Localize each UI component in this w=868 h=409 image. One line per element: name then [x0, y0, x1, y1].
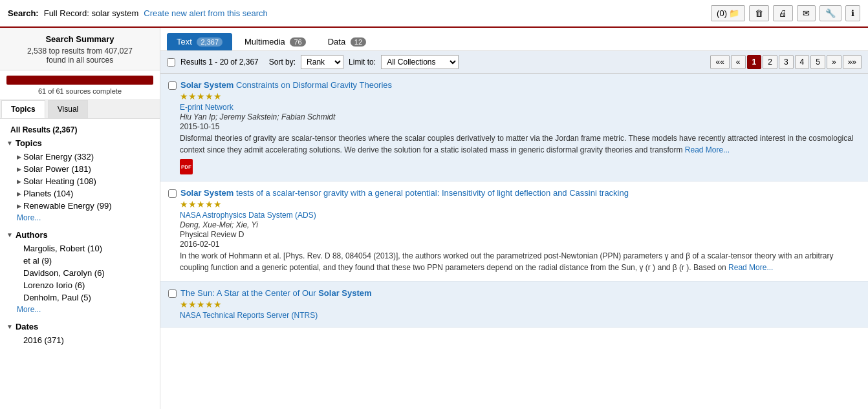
result-1-source[interactable]: E-print Network: [180, 103, 860, 112]
facet-label: Denholm, Paul (5): [23, 293, 91, 302]
toolbar-icons: (0) 📁 🗑 🖨 ✉ 🔧 ℹ: [711, 5, 860, 21]
result-3-header: The Sun: A Star at the Center of Our Sol…: [168, 288, 860, 298]
limit-label: Limit to:: [349, 58, 376, 67]
limit-select[interactable]: All Collections: [381, 55, 459, 69]
authors-label: Authors: [16, 230, 48, 240]
facet-label: Solar Energy (332): [23, 152, 94, 162]
result-item-1: Solar System Constraints on Disformal Gr…: [160, 74, 868, 182]
title-before: The Sun: A Star at the Center of Our: [180, 288, 318, 298]
topics-facet-header[interactable]: ▼ Topics: [5, 136, 155, 151]
facet-item-solar-energy[interactable]: ▶ Solar Energy (332): [5, 151, 155, 163]
progress-bar-container: [6, 76, 153, 85]
result-2-checkbox[interactable]: [168, 189, 177, 198]
result-2-title[interactable]: Solar System tests of a scalar-tensor gr…: [180, 188, 629, 198]
last-page-button[interactable]: »»: [843, 55, 862, 69]
page-3-button[interactable]: 3: [779, 55, 794, 69]
authors-facet-items: Margolis, Robert (10) et al (9) Davidson…: [5, 242, 155, 315]
result-1-abstract: Disformal theories of gravity are scalar…: [180, 132, 860, 156]
result-1-title[interactable]: Solar System Constraints on Disformal Gr…: [180, 80, 392, 90]
result-1-stars: ★★★★★: [180, 91, 860, 101]
search-summary-line1: 2,538 top results from 407,027: [8, 47, 152, 56]
sort-select[interactable]: Rank Date Author Title: [301, 55, 343, 69]
email-icon: ✉: [803, 8, 810, 18]
title-highlight: Solar System: [318, 288, 371, 298]
result-3-title[interactable]: The Sun: A Star at the Center of Our Sol…: [180, 288, 372, 298]
facet-label: et al (9): [23, 256, 52, 266]
sidebar-tabs: Topics Visual: [0, 99, 160, 119]
progress-label: 61 of 61 sources complete: [0, 87, 160, 95]
page-2-button[interactable]: 2: [763, 55, 777, 69]
all-results-label[interactable]: All Results (2,367): [5, 121, 155, 136]
authors-collapse-icon: ▼: [6, 231, 13, 238]
next-page-button[interactable]: »: [827, 55, 841, 69]
trash-button[interactable]: 🗑: [749, 5, 769, 21]
print-icon: 🖨: [779, 8, 787, 18]
email-button[interactable]: ✉: [797, 5, 816, 21]
topics-label: Topics: [16, 138, 42, 148]
pdf-icon-1[interactable]: PDF: [180, 159, 193, 174]
authors-more-link[interactable]: More...: [5, 304, 155, 315]
print-button[interactable]: 🖨: [773, 5, 793, 21]
topics-more-link[interactable]: More...: [5, 212, 155, 224]
result-2-date: 2016-02-01: [180, 240, 860, 249]
page-5-button[interactable]: 5: [810, 55, 825, 69]
facet-label: Lorenzo Iorio (6): [23, 280, 85, 290]
facet-item-planets[interactable]: ▶ Planets (104): [5, 187, 155, 200]
dates-facet-header[interactable]: ▼ Dates: [5, 319, 155, 334]
content-area: Text 2,367 Multimedia 76 Data 12 Results…: [160, 28, 868, 409]
title-rest: Constraints on Disformal Gravity Theorie…: [236, 80, 392, 90]
info-button[interactable]: ℹ: [845, 5, 860, 21]
info-icon: ℹ: [851, 8, 854, 18]
result-3-checkbox[interactable]: [168, 289, 177, 298]
facet-item-solar-power[interactable]: ▶ Solar Power (181): [5, 163, 155, 175]
result-2-read-more[interactable]: Read More...: [728, 263, 773, 272]
title-highlight: Solar System: [180, 80, 233, 90]
result-3-stars: ★★★★★: [180, 299, 860, 309]
first-page-button[interactable]: ««: [710, 55, 729, 69]
page-4-button[interactable]: 4: [795, 55, 810, 69]
tab-data[interactable]: Data 12: [318, 33, 376, 50]
create-alert-link[interactable]: Create new alert from this search: [144, 8, 267, 18]
chevron-right-icon: ▶: [17, 166, 21, 173]
wrench-icon: 🔧: [825, 8, 836, 18]
dates-label: Dates: [16, 322, 38, 331]
facet-label: Davidson, Carolyn (6): [23, 268, 105, 278]
facet-label: Planets (104): [23, 189, 73, 198]
tab-topics[interactable]: Topics: [1, 100, 45, 118]
facet-item-davidson[interactable]: Davidson, Carolyn (6): [5, 267, 155, 279]
main-layout: Search Summary 2,538 top results from 40…: [0, 28, 868, 409]
select-all-checkbox[interactable]: [167, 58, 175, 67]
search-summary-title: Search Summary: [8, 34, 152, 44]
search-summary: Search Summary 2,538 top results from 40…: [0, 28, 160, 70]
cart-button[interactable]: (0) 📁: [711, 5, 745, 21]
facet-item-iorio[interactable]: Lorenzo Iorio (6): [5, 279, 155, 291]
facet-item-renewable-energy[interactable]: ▶ Renewable Energy (99): [5, 200, 155, 212]
result-2-authors: Deng, Xue-Mei; Xie, Yi: [180, 220, 860, 229]
trash-icon: 🗑: [755, 8, 763, 18]
facet-item-margolis[interactable]: Margolis, Robert (10): [5, 242, 155, 255]
sort-label: Sort by:: [269, 58, 296, 67]
chevron-right-icon: ▶: [17, 191, 21, 197]
result-3-source[interactable]: NASA Technical Reports Server (NTRS): [180, 311, 860, 320]
facet-item-solar-heating[interactable]: ▶ Solar Heating (108): [5, 175, 155, 187]
chevron-right-icon: ▶: [17, 154, 21, 160]
facet-item-etal[interactable]: et al (9): [5, 255, 155, 267]
page-1-button[interactable]: 1: [747, 55, 762, 69]
facet-item-denholm[interactable]: Denholm, Paul (5): [5, 291, 155, 304]
folder-icon: 📁: [729, 8, 739, 18]
facet-label: Margolis, Robert (10): [23, 244, 102, 253]
authors-facet-header[interactable]: ▼ Authors: [5, 227, 155, 242]
facet-label: Renewable Energy (99): [23, 201, 112, 211]
facet-label: 2016 (371): [23, 335, 64, 345]
settings-button[interactable]: 🔧: [819, 5, 841, 21]
multimedia-count-badge: 76: [290, 37, 305, 47]
result-1-read-more[interactable]: Read More...: [685, 145, 730, 154]
result-1-checkbox[interactable]: [168, 81, 177, 90]
tab-multimedia[interactable]: Multimedia 76: [235, 33, 316, 50]
result-1-authors: Hiu Yan Ip; Jeremy Sakstein; Fabian Schm…: [180, 112, 860, 121]
tab-text[interactable]: Text 2,367: [167, 33, 232, 50]
prev-page-button[interactable]: «: [731, 55, 746, 69]
facet-item-2016[interactable]: 2016 (371): [5, 334, 155, 346]
result-2-source[interactable]: NASA Astrophysics Data System (ADS): [180, 211, 860, 220]
tab-visual[interactable]: Visual: [48, 100, 88, 118]
